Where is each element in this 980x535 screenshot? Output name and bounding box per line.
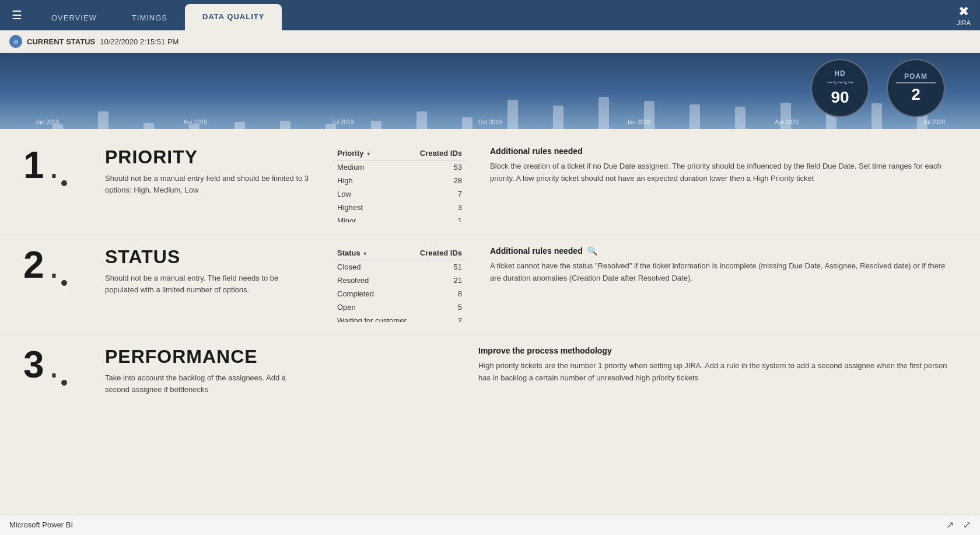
- tab-data-quality[interactable]: DATA QUALITY: [185, 4, 282, 30]
- table-cell-col2-1-3: 3: [394, 201, 467, 214]
- table-cell-col2-1-0: 53: [394, 160, 467, 174]
- tab-timings[interactable]: TIMINGS: [114, 5, 185, 30]
- section-number-block-3: 3.: [23, 346, 105, 386]
- section-row-1: 1.PRIORITYShould not be a manual entry f…: [0, 135, 980, 235]
- table-row-2-1: Resolved21: [332, 274, 467, 287]
- chart-x-label-3: Oct 2019: [478, 119, 502, 125]
- table-row-1-1: High28: [332, 174, 467, 187]
- section-title-1: PRIORITY: [105, 146, 309, 168]
- table-col1-header-1[interactable]: Priority ▼: [332, 146, 394, 160]
- section-num-3: 3: [23, 346, 44, 383]
- table-cell-col1-1-0: Medium: [332, 160, 394, 174]
- poam-line: [896, 82, 935, 83]
- table-cell-col1-2-0: Closed: [332, 260, 414, 274]
- table-col2-header-2[interactable]: Created IDs: [414, 246, 467, 260]
- bar-group-15: [718, 107, 763, 129]
- table-cell-col2-2-3: 5: [414, 300, 467, 314]
- jira-logo: ✖ JIRA: [957, 4, 971, 26]
- table-col2-header-1[interactable]: Created IDs: [394, 146, 467, 160]
- table-cell-col2-2-1: 21: [414, 274, 467, 287]
- bottom-icons: ↗ ⤢: [946, 519, 971, 530]
- section-title-block-2: STATUSShould not be a manual entry. The …: [105, 246, 309, 295]
- table-col1-header-2[interactable]: Status ▼: [332, 246, 414, 260]
- badge-container: HD 〜∿〜∿〜 90 POAM 2: [811, 59, 945, 117]
- table-scroll-1: Priority ▼Created IDsMedium53High28Low7H…: [332, 146, 467, 222]
- table-cell-col2-1-1: 28: [394, 174, 467, 187]
- section-dot-1: .: [49, 146, 60, 184]
- tab-overview[interactable]: OVERVIEW: [34, 5, 114, 30]
- main-content: ◎ CURRENT STATUS 10/22/2020 2:15:51 PM J…: [0, 30, 980, 514]
- table-scroll-2: Status ▼Created IDsClosed51Resolved21Com…: [332, 246, 467, 322]
- table-area-1: Priority ▼Created IDsMedium53High28Low7H…: [332, 146, 467, 222]
- table-cell-col1-1-3: Highest: [332, 201, 394, 214]
- table-cell-col2-2-0: 51: [414, 260, 467, 274]
- share-icon[interactable]: ↗: [946, 519, 954, 530]
- chart-x-label-5: Apr 2020: [775, 119, 799, 125]
- data-table-1: Priority ▼Created IDsMedium53High28Low7H…: [332, 146, 467, 222]
- poam-badge: POAM 2: [887, 59, 945, 117]
- table-cell-col1-2-2: Completed: [332, 287, 414, 300]
- rules-text-3: High priority tickets are the number 1 p…: [478, 360, 957, 384]
- chart-x-label-0: Jan 2019: [35, 119, 59, 125]
- rules-area-3: Improve the process methodologyHigh prio…: [478, 346, 957, 384]
- section-number-block-1: 1.: [23, 146, 105, 186]
- table-row-2-3: Open5: [332, 300, 467, 314]
- table-row-2-0: Closed51: [332, 260, 467, 274]
- chart-bars: [35, 53, 945, 129]
- jira-icon: ✖: [957, 4, 971, 19]
- jira-label: JIRA: [957, 19, 971, 26]
- table-cell-col2-2-2: 8: [414, 287, 467, 300]
- section-title-block-1: PRIORITYShould not be a manual entry fie…: [105, 146, 309, 195]
- table-row-1-2: Low7: [332, 187, 467, 201]
- data-table-2: Status ▼Created IDsClosed51Resolved21Com…: [332, 246, 467, 322]
- poam-value: 2: [911, 85, 921, 104]
- rules-text-2: A ticket cannot have the status "Resolve…: [490, 260, 957, 285]
- section-num-2: 2: [23, 246, 44, 284]
- search-icon-2[interactable]: 🔍: [585, 246, 597, 256]
- rules-text-1: Block the creation of a ticket if no Due…: [490, 160, 957, 185]
- hd-value: 90: [831, 88, 849, 107]
- status-icon: ◎: [9, 35, 22, 48]
- chart-x-label-1: Apr 2019: [184, 119, 208, 125]
- section-desc-2: Should not be a manual entry. The field …: [105, 272, 309, 295]
- section-bullet-1: [61, 180, 67, 186]
- section-bullet-3: [61, 380, 67, 386]
- section-num-1: 1: [23, 146, 44, 184]
- chart-x-label-4: Jan 2020: [626, 119, 650, 125]
- table-cell-col2-1-4: 1: [394, 214, 467, 222]
- bottom-label: Microsoft Power BI: [9, 520, 73, 529]
- top-navigation: ☰ OVERVIEW TIMINGS DATA QUALITY ✖ JIRA: [0, 0, 980, 30]
- table-row-1-3: Highest3: [332, 201, 467, 214]
- table-cell-col1-1-1: High: [332, 174, 394, 187]
- hd-waveform: 〜∿〜∿〜: [827, 79, 853, 87]
- bar-group-11: [536, 106, 581, 129]
- table-row-2-2: Completed8: [332, 287, 467, 300]
- section-row-3: 3.PERFORMANCETake into account the backl…: [0, 334, 980, 416]
- section-number-block-2: 2.: [23, 246, 105, 286]
- status-label: CURRENT STATUS: [27, 37, 95, 46]
- section-bullet-2: [61, 280, 67, 286]
- table-cell-col1-1-4: Minor: [332, 214, 394, 222]
- table-row-1-4: Minor1: [332, 214, 467, 222]
- expand-icon[interactable]: ⤢: [963, 519, 971, 530]
- table-cell-col1-2-3: Open: [332, 300, 414, 314]
- section-desc-3: Take into account the backlog of the ass…: [105, 372, 309, 395]
- hd-title: HD: [834, 69, 845, 78]
- chart-x-label-2: Jul 2019: [332, 119, 354, 125]
- section-dot-2: .: [49, 246, 60, 284]
- table-row-2-4: Waiting for customer2: [332, 314, 467, 322]
- chart-x-label-6: Jul 2020: [923, 119, 945, 125]
- section-title-3: PERFORMANCE: [105, 346, 309, 368]
- nav-tabs: OVERVIEW TIMINGS DATA QUALITY: [34, 0, 282, 30]
- section-title-block-3: PERFORMANCETake into account the backlog…: [105, 346, 309, 395]
- table-row-1-0: Medium53: [332, 160, 467, 174]
- table-cell-col2-1-2: 7: [394, 187, 467, 201]
- rules-title-3: Improve the process methodology: [478, 346, 957, 355]
- table-cell-col1-1-2: Low: [332, 187, 394, 201]
- rules-title-1: Additional rules needed: [490, 146, 957, 156]
- table-area-2: Status ▼Created IDsClosed51Resolved21Com…: [332, 246, 467, 322]
- section-desc-1: Should not be a manual entry field and s…: [105, 173, 309, 195]
- rules-title-2: Additional rules needed 🔍: [490, 246, 957, 256]
- section-dot-3: .: [49, 346, 60, 383]
- hamburger-menu[interactable]: ☰: [0, 8, 34, 22]
